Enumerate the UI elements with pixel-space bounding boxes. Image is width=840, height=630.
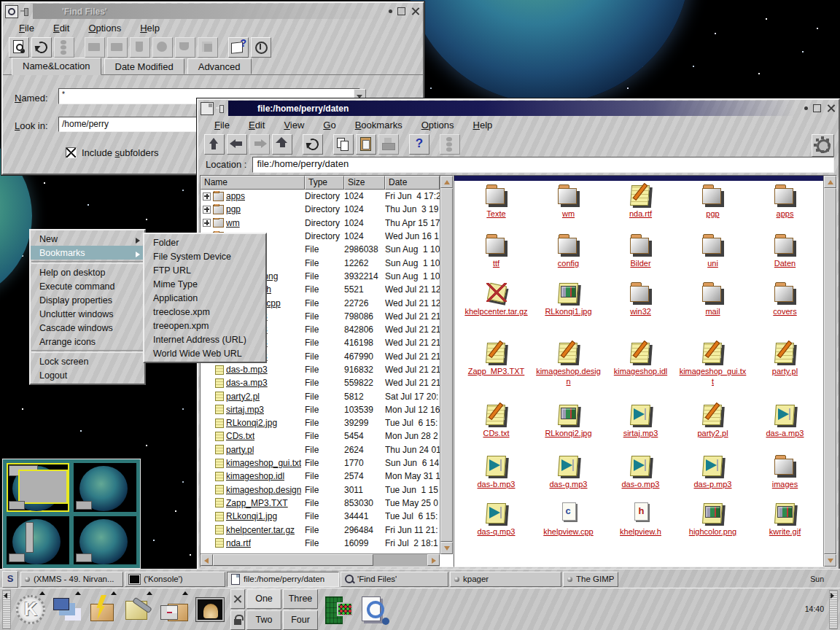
menubar-item[interactable]: File [206, 118, 238, 132]
desktop[interactable]: 'Find Files' File Edit Options Help [0, 0, 840, 630]
table-row[interactable]: apps Directory 1024 Fri Jun 4 17:2 [201, 190, 440, 203]
file-icon-label[interactable]: kimageshop_gui.txt [679, 367, 747, 387]
scroll-right-icon[interactable] [427, 554, 440, 566]
submenu-item[interactable]: treeopen.xpm [144, 319, 265, 332]
menu-item[interactable]: Bookmarks [31, 246, 144, 260]
close-button[interactable] [826, 104, 836, 113]
scroll-up-icon[interactable] [440, 176, 453, 188]
icon-view-pane[interactable]: Texte wm nda.rtf [454, 175, 837, 567]
file-name-link[interactable]: kimageshop_gui.txt [226, 458, 301, 468]
close-x-icon[interactable] [230, 589, 245, 609]
toolbar-button[interactable] [204, 134, 225, 155]
file-icon-label[interactable]: das-a.mp3 [766, 429, 804, 439]
toolbar-button[interactable] [251, 37, 271, 58]
icon-view-item[interactable]: covers [749, 281, 821, 341]
file-name-link[interactable]: das-b.mp3 [226, 365, 268, 375]
icon-view-item[interactable]: kwrite.gif [749, 501, 821, 559]
file-name-link[interactable]: party.pl [226, 445, 254, 455]
panel-launcher[interactable] [85, 591, 120, 628]
toolbar-button[interactable] [9, 37, 29, 58]
panel-launcher[interactable] [49, 591, 84, 628]
find-files-titlebar[interactable]: 'Find Files' [4, 4, 422, 19]
close-button[interactable] [411, 7, 420, 16]
panel-launcher[interactable] [321, 591, 356, 628]
submenu-item[interactable]: Internet Address (URL) [144, 332, 265, 346]
submenu-item[interactable]: Application [144, 291, 265, 305]
table-row[interactable]: party.pl File 2624 Thu Jun 24 01 [201, 443, 440, 456]
expander-icon[interactable] [203, 219, 211, 227]
menubar-item[interactable]: Options [413, 118, 463, 132]
toolbar-button[interactable] [107, 37, 128, 58]
table-row[interactable]: sirtaj.mp3 File 103539 Mon Jul 12 16 [201, 403, 440, 416]
icon-view-item[interactable]: kimageshop.idl [604, 341, 677, 402]
file-icon-label[interactable]: khelpview.h [620, 527, 661, 537]
file-name-link[interactable]: sirtaj.mp3 [226, 405, 264, 415]
menu-item[interactable] [31, 261, 144, 264]
menubar-item[interactable]: File [10, 21, 43, 35]
menu-item[interactable]: Lock screen [31, 354, 144, 368]
file-icon-label[interactable]: das-q.mp3 [478, 527, 516, 537]
table-row[interactable]: nda.rtf File 16099 Fri Jul 2 18:1 [201, 537, 440, 550]
menubar-item[interactable]: Options [79, 21, 130, 35]
taskbar-task[interactable]: kpager [450, 572, 561, 587]
file-icon-label[interactable]: Texte [486, 209, 505, 219]
toolbar-button[interactable] [228, 37, 249, 58]
taskbar-task[interactable]: file:/home/perry/daten [227, 572, 339, 587]
minimize-button[interactable] [389, 9, 392, 13]
icon-view-item[interactable]: das-p.mp3 [677, 454, 749, 501]
file-name-link[interactable]: RLkonqi2.jpg [226, 418, 277, 428]
file-name-link[interactable]: khelpcenter.tar.gz [226, 525, 295, 535]
taskbar-task[interactable]: The GIMP [563, 572, 618, 587]
toolbar-button[interactable] [227, 134, 247, 155]
icon-view-item[interactable]: kimageshop_gui.txt [677, 341, 749, 402]
table-row[interactable]: kimageshop.idl File 2574 Mon May 31 1 [201, 470, 440, 483]
toolbar-button[interactable] [356, 134, 376, 155]
table-row[interactable]: kimageshop.design File 3011 Tue Jun 1 15 [201, 483, 440, 497]
toolbar-button[interactable] [152, 37, 173, 58]
mini-window[interactable] [26, 522, 34, 553]
toolbar-button[interactable] [130, 37, 150, 58]
menubar-item[interactable]: Bookmarks [346, 118, 411, 132]
icon-view-item[interactable]: das-q.mp3 [460, 501, 532, 559]
column-header[interactable]: Name [201, 176, 305, 190]
icon-view-item[interactable]: apps [749, 183, 821, 233]
column-header[interactable]: Type [305, 176, 344, 190]
table-row[interactable]: das-a.mp3 File 559822 Wed Jul 21 21 [201, 376, 440, 389]
scrollbar-thumb[interactable] [824, 188, 836, 554]
file-icon-label[interactable]: kimageshop.design [534, 367, 603, 387]
submenu-item[interactable]: treeclose.xpm [144, 305, 265, 319]
toolbar-button[interactable] [333, 134, 354, 155]
taskbar-task[interactable]: 'Find Files' [341, 572, 448, 587]
toolbar-button[interactable] [378, 134, 399, 155]
scrollbar-thumb[interactable] [440, 188, 453, 542]
file-icon-label[interactable]: sirtaj.mp3 [623, 429, 658, 439]
include-subfolders-checkbox[interactable] [66, 147, 77, 158]
menubar-item[interactable]: View [275, 118, 313, 132]
toolbar-button[interactable] [303, 134, 323, 155]
icon-view-item[interactable]: das-a.mp3 [749, 402, 821, 454]
icon-view-item[interactable]: khelpview.cpp [532, 501, 604, 559]
menu-item[interactable]: Arrange icons [31, 335, 144, 349]
panel-launcher[interactable] [13, 591, 48, 628]
toolbar-button[interactable] [409, 134, 429, 155]
icon-view-item[interactable]: nda.rtf [604, 183, 677, 233]
menubar-item[interactable]: Help [464, 118, 502, 132]
scroll-down-icon[interactable] [440, 542, 453, 554]
icon-view-item[interactable]: mail [677, 281, 749, 341]
kde-gear-icon[interactable] [812, 134, 834, 157]
icon-view-item[interactable]: das-b.mp3 [460, 454, 532, 501]
toolbar-button[interactable] [175, 37, 195, 58]
file-icon-label[interactable]: Daten [774, 259, 796, 269]
icon-view-item[interactable]: RLkonqi1.jpg [532, 281, 604, 341]
file-icon-label[interactable]: mail [705, 307, 720, 317]
file-icon-label[interactable]: das-b.mp3 [478, 480, 516, 490]
toolbar-button[interactable] [249, 134, 270, 155]
file-name-link[interactable]: apps [226, 191, 245, 201]
toolbar-button[interactable] [54, 37, 74, 58]
menu-item[interactable]: Logout [31, 368, 144, 382]
file-icon-label[interactable]: khelpcenter.tar.gz [464, 307, 527, 317]
file-icon-label[interactable]: images [772, 480, 798, 490]
file-name-link[interactable]: RLkonqi1.jpg [226, 511, 277, 521]
expander-icon[interactable] [203, 206, 211, 214]
desktop-button-two[interactable]: Two [246, 610, 281, 630]
